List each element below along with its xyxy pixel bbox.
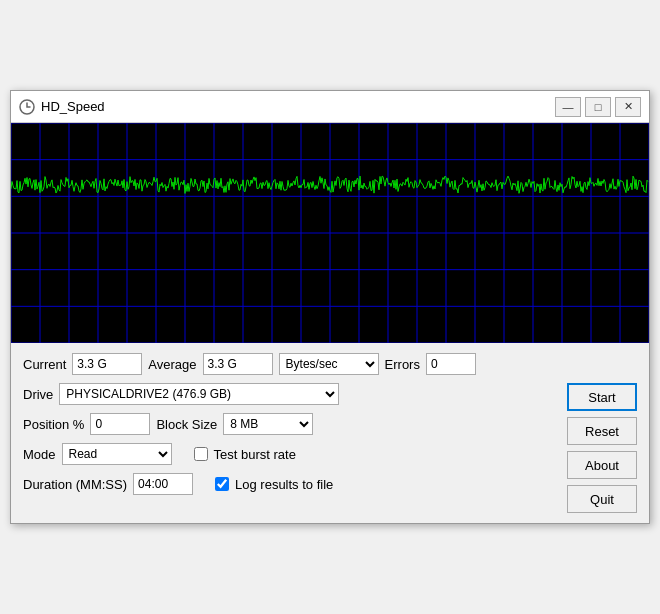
mode-label: Mode — [23, 447, 56, 462]
mode-select[interactable]: Read Write Read/Write — [62, 443, 172, 465]
average-field — [203, 353, 273, 375]
maximize-button[interactable]: □ — [585, 97, 611, 117]
app-icon — [19, 99, 35, 115]
window-title: HD_Speed — [41, 99, 555, 114]
left-fields: Drive PHYSICALDRIVE2 (476.9 GB) Position… — [23, 383, 567, 513]
quit-button[interactable]: Quit — [567, 485, 637, 513]
graph-area — [11, 123, 649, 343]
reset-button[interactable]: Reset — [567, 417, 637, 445]
current-label: Current — [23, 357, 66, 372]
log-results-checkbox[interactable] — [215, 477, 229, 491]
units-select[interactable]: Bytes/sec KB/sec MB/sec — [279, 353, 379, 375]
mode-row: Mode Read Write Read/Write Test burst ra… — [23, 443, 567, 465]
stats-row: Current Average Bytes/sec KB/sec MB/sec … — [23, 353, 637, 375]
speed-graph — [11, 123, 649, 343]
position-blocksize-row: Position % Block Size 1 MB 2 MB 4 MB 8 M… — [23, 413, 567, 435]
duration-row: Duration (MM:SS) Log results to file — [23, 473, 567, 495]
about-button[interactable]: About — [567, 451, 637, 479]
drive-row: Drive PHYSICALDRIVE2 (476.9 GB) — [23, 383, 567, 405]
duration-label: Duration (MM:SS) — [23, 477, 127, 492]
main-window: HD_Speed — □ ✕ Current Average Bytes/sec… — [10, 90, 650, 524]
start-button[interactable]: Start — [567, 383, 637, 411]
title-bar: HD_Speed — □ ✕ — [11, 91, 649, 123]
blocksize-select[interactable]: 1 MB 2 MB 4 MB 8 MB 16 MB 32 MB — [223, 413, 313, 435]
main-content: Drive PHYSICALDRIVE2 (476.9 GB) Position… — [23, 383, 637, 513]
drive-label: Drive — [23, 387, 53, 402]
test-burst-container: Test burst rate — [194, 447, 296, 462]
errors-field — [426, 353, 476, 375]
average-label: Average — [148, 357, 196, 372]
errors-label: Errors — [385, 357, 420, 372]
position-field[interactable] — [90, 413, 150, 435]
drive-select[interactable]: PHYSICALDRIVE2 (476.9 GB) — [59, 383, 339, 405]
close-button[interactable]: ✕ — [615, 97, 641, 117]
duration-field[interactable] — [133, 473, 193, 495]
window-controls: — □ ✕ — [555, 97, 641, 117]
log-results-label[interactable]: Log results to file — [235, 477, 333, 492]
test-burst-label[interactable]: Test burst rate — [214, 447, 296, 462]
right-buttons: Start Reset About Quit — [567, 383, 637, 513]
log-results-container: Log results to file — [215, 477, 333, 492]
controls-area: Current Average Bytes/sec KB/sec MB/sec … — [11, 343, 649, 523]
position-label: Position % — [23, 417, 84, 432]
blocksize-label: Block Size — [156, 417, 217, 432]
minimize-button[interactable]: — — [555, 97, 581, 117]
current-field — [72, 353, 142, 375]
test-burst-checkbox[interactable] — [194, 447, 208, 461]
